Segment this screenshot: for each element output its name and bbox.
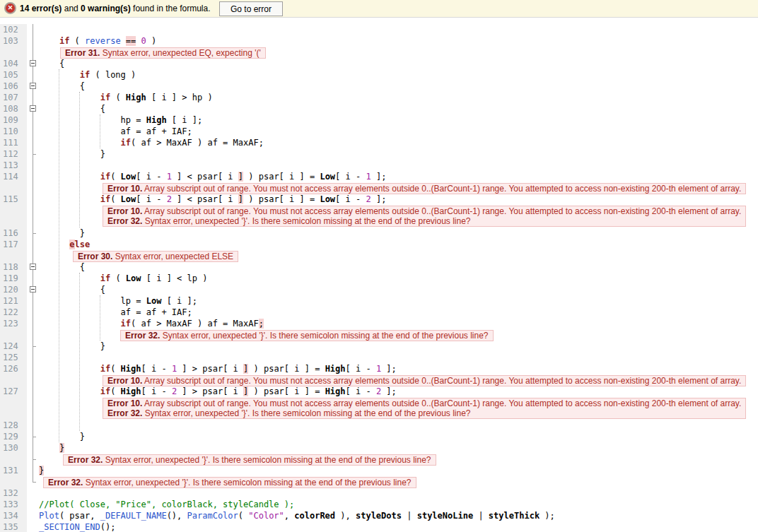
code-line[interactable] [39, 487, 758, 499]
error-line: Error 32. Syntax error, unexpected '}'. … [48, 478, 412, 487]
error-box: Error 32. Syntax error, unexpected '}'. … [63, 454, 436, 466]
code-token: Low [320, 172, 335, 182]
code-line[interactable] [39, 160, 758, 171]
line-number: 110 [0, 126, 27, 137]
code-line[interactable]: if ( reverse == 0 ) [39, 35, 758, 47]
code-token: High [325, 364, 346, 374]
line-number: 128 [0, 420, 27, 431]
go-to-error-button[interactable]: Go to error [219, 1, 283, 16]
code-line[interactable]: } [39, 431, 758, 442]
line-number [0, 182, 27, 194]
fold-minus-icon[interactable] [30, 105, 36, 112]
code-token: if [100, 273, 110, 283]
code-line[interactable]: hp = High [ i ]; [39, 114, 758, 126]
code-line[interactable]: { [39, 284, 758, 295]
fold-margin [27, 476, 39, 487]
code-row: 106 { [0, 81, 758, 92]
code-line[interactable]: if ( Low [ i ] < lp ) [39, 273, 758, 284]
code-row: 113 [0, 160, 758, 171]
fold-toggle[interactable] [27, 81, 39, 92]
error-annotation-area: Error 32. Syntax error, unexpected '}'. … [39, 476, 758, 487]
code-token: //Plot( Close, "Price", colorBlack, styl… [39, 500, 294, 509]
error-message: Syntax error, unexpected '}'. Is there s… [83, 478, 411, 487]
fold-toggle[interactable] [27, 284, 39, 295]
code-line[interactable]: { [39, 81, 758, 92]
code-token: ]; [381, 364, 397, 374]
code-line[interactable]: _SECTION_END(); [39, 521, 758, 532]
code-line[interactable]: if( Low[ i - 2 ] < psar[ i ] ) psar[ i ]… [39, 194, 758, 205]
code-line[interactable]: if ( High [ i ] > hp ) [39, 92, 758, 103]
code-line[interactable]: } [39, 465, 758, 476]
code-line[interactable]: { [39, 261, 758, 273]
code-line[interactable]: } [39, 148, 758, 160]
code-line[interactable]: Plot( psar, _DEFAULT_NAME(), ParamColor(… [39, 510, 758, 521]
code-line[interactable]: af = af + IAF; [39, 126, 758, 137]
code-line[interactable]: //Plot( Close, "Price", colorBlack, styl… [39, 499, 758, 510]
error-line: Error 32. Syntax error, unexpected '}'. … [107, 408, 741, 418]
error-message: Syntax error, unexpected '}'. Is there s… [142, 216, 470, 226]
error-box: Error 32. Syntax error, unexpected '}'. … [43, 477, 416, 488]
fold-toggle[interactable] [27, 58, 39, 69]
code-line[interactable]: if( af > MaxAF ) af = MaxAF; [39, 318, 758, 329]
code-line[interactable]: if ( long ) [39, 69, 758, 81]
code-token [39, 386, 100, 396]
code-line[interactable]: af = af + IAF; [39, 307, 758, 318]
error-message: Syntax error, unexpected '}'. Is there s… [103, 455, 431, 465]
error-message: Syntax error, unexpected '}'. Is there s… [142, 408, 470, 418]
fold-minus-icon[interactable] [30, 83, 36, 89]
error-label: Error 10. [107, 398, 142, 408]
code-token: 2 [167, 194, 172, 204]
code-line[interactable]: { [39, 58, 758, 69]
code-line[interactable]: } [39, 341, 758, 352]
line-number: 125 [0, 352, 27, 363]
code-row: 126 if( High[ i - 1 ] > psar[ i ] ) psar… [0, 363, 758, 374]
code-token: { [39, 104, 105, 114]
error-annotation-area: Error 32. Syntax error, unexpected '}'. … [39, 329, 758, 341]
line-number [0, 374, 27, 386]
fold-minus-icon[interactable] [30, 286, 36, 292]
error-box: Error 10. Array subscript out of range. … [103, 398, 746, 419]
code-line[interactable]: if( High[ i - 1 ] > psar[ i ] ) psar[ i … [39, 363, 758, 374]
line-number: 130 [0, 442, 27, 454]
alert-text: 14 error(s) and 0 warning(s) found in th… [20, 4, 211, 13]
alert-text-segment: 0 warning(s) [81, 4, 131, 13]
code-token: } [39, 432, 85, 442]
code-token: if [80, 70, 90, 80]
fold-margin [27, 386, 39, 397]
fold-margin [27, 374, 39, 386]
code-line[interactable]: lp = Low [ i ]; [39, 295, 758, 307]
code-token: ( [110, 386, 120, 396]
line-number: 108 [0, 103, 27, 114]
code-line[interactable]: if( High[ i - 2 ] > psar[ i ] ) psar[ i … [39, 386, 758, 397]
error-message: Syntax error, unexpected EQ, expecting '… [100, 48, 260, 58]
fold-margin [27, 487, 39, 499]
code-line[interactable]: } [39, 442, 758, 454]
code-line[interactable]: if( Low[ i - 1 ] < psar[ i ] ) psar[ i ]… [39, 171, 758, 182]
code-token: High [121, 386, 141, 396]
fold-margin [27, 160, 39, 171]
error-row: Error 32. Syntax error, unexpected '}'. … [0, 329, 758, 341]
editor[interactable]: 102103 if ( reverse == 0 )Error 31. Synt… [0, 18, 758, 532]
code-line[interactable] [39, 352, 758, 363]
code-line[interactable] [39, 420, 758, 431]
code-token: styleDots [356, 511, 402, 521]
code-token: _DEFAULT_NAME [100, 511, 167, 521]
code-line[interactable]: } [39, 227, 758, 239]
error-row: Error 30. Syntax error, unexpected ELSE [0, 250, 758, 261]
error-box: Error 30. Syntax error, unexpected ELSE [73, 251, 238, 262]
code-line[interactable] [39, 24, 758, 35]
fold-minus-icon[interactable] [30, 264, 36, 270]
line-number: 121 [0, 295, 27, 307]
code-line[interactable]: else [39, 239, 758, 250]
fold-toggle[interactable] [27, 103, 39, 114]
code-line[interactable]: { [39, 103, 758, 114]
code-token: [ i ] < lp ) [141, 273, 208, 283]
fold-minus-icon[interactable] [30, 60, 36, 66]
fold-toggle[interactable] [27, 261, 39, 273]
code-token: [ i - [335, 172, 366, 182]
code-row: 112 } [0, 148, 758, 160]
code-token: [ i - [346, 364, 376, 374]
code-token: 1 [366, 172, 371, 182]
fold-margin [27, 295, 39, 307]
code-line[interactable]: if( af > MaxAF ) af = MaxAF; [39, 137, 758, 148]
